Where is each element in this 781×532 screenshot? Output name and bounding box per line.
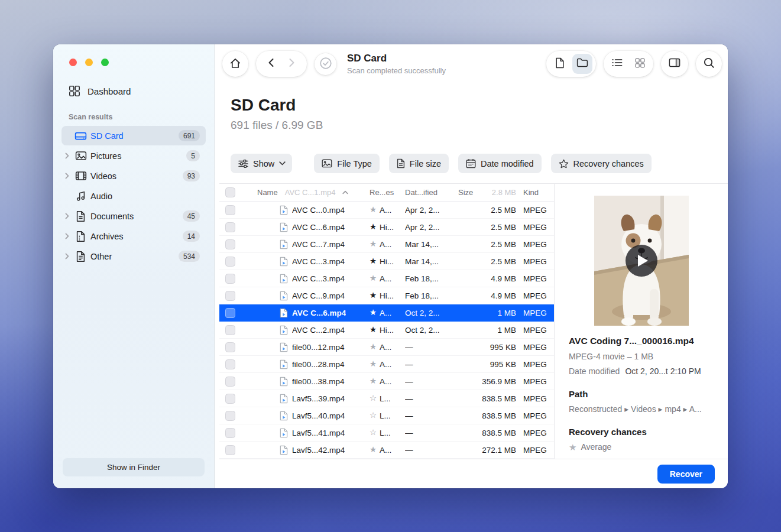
home-button[interactable] [222, 51, 248, 77]
star-icon [559, 159, 569, 168]
file-type-icon [322, 159, 332, 168]
zoom-window-button[interactable] [101, 59, 109, 66]
show-in-finder-button[interactable]: Show in Finder [63, 458, 205, 476]
row-checkbox[interactable] [225, 377, 235, 387]
file-kind-cell: MPEG [517, 343, 554, 352]
row-checkbox[interactable] [225, 342, 235, 352]
table-row[interactable]: AVC C...9.mp4 ★ Hi... Feb 18,... 4.9 MB … [219, 287, 554, 304]
file-size-cell: 4.9 MB [458, 274, 517, 283]
file-kind-cell: MPEG [517, 326, 554, 335]
dashboard-icon [67, 85, 81, 97]
row-checkbox[interactable] [225, 257, 235, 267]
row-checkbox[interactable] [225, 205, 235, 215]
row-checkbox[interactable] [225, 411, 235, 421]
video-file-icon [280, 394, 288, 404]
row-checkbox[interactable] [225, 428, 235, 438]
table-row[interactable]: AVC C...0.mp4 ★ A... Apr 2, 2... 2.5 MB … [219, 202, 554, 219]
navigation-buttons [256, 51, 307, 77]
recovery-chance-text: Hi... [380, 223, 394, 232]
files-view-button[interactable] [550, 54, 570, 74]
sidebar-item-label: Archives [90, 232, 124, 241]
sidebar-item-label: Pictures [90, 151, 121, 161]
preview-panel-toggle-button[interactable] [665, 54, 685, 74]
row-checkbox[interactable] [225, 325, 235, 335]
table-row[interactable]: AVC C...6.mp4 ★ Hi... Apr 2, 2... 2.5 MB… [219, 219, 554, 236]
minimize-window-button[interactable] [85, 59, 93, 66]
table-row[interactable]: Lavf5...41.mp4 ☆ L... — 838.5 MB MPEG [219, 424, 554, 442]
sidebar-item-documents[interactable]: Documents 45 [61, 206, 206, 226]
table-row[interactable]: file00...28.mp4 ★ A... — 995 KB MPEG [219, 356, 554, 373]
sidebar-item-audio[interactable]: Audio [61, 186, 206, 206]
file-size-cell: 356.9 MB [458, 377, 517, 386]
row-checkbox[interactable] [225, 359, 235, 369]
file-name: AVC C...7.mp4 [292, 240, 345, 249]
file-count-badge: 691 [179, 130, 200, 141]
table-row[interactable]: Lavf5...39.mp4 ☆ L... — 838.5 MB MPEG [219, 390, 554, 407]
sidebar-item-sd-card[interactable]: SD Card 691 [61, 126, 206, 145]
column-header-size[interactable]: Size 2.8 MB [458, 188, 517, 197]
date-modified-cell: Oct 2, 2... [405, 326, 458, 335]
row-checkbox[interactable] [225, 445, 235, 455]
column-header-kind[interactable]: Kind [517, 188, 554, 197]
recovery-chance-text: A... [380, 377, 391, 386]
date-modified-cell: Oct 2, 2... [405, 309, 458, 317]
table-row[interactable]: AVC C...3.mp4 ★ Hi... Mar 14,... 2.5 MB … [219, 253, 554, 270]
document-icon [555, 57, 565, 71]
folders-view-button[interactable] [572, 54, 592, 74]
date-modified-filter-button[interactable]: Date modified [458, 154, 541, 173]
row-checkbox[interactable] [225, 222, 235, 232]
file-size-filter-button[interactable]: File size [389, 154, 449, 173]
file-name: AVC C...6.mp4 [292, 309, 346, 317]
recovery-star-icon: ★ [370, 326, 377, 334]
list-view-button[interactable] [607, 54, 627, 74]
sidebar-item-videos[interactable]: Videos 93 [61, 166, 206, 186]
row-checkbox[interactable] [225, 291, 235, 301]
recovery-star-icon: ★ [569, 443, 576, 452]
recover-button[interactable]: Recover [657, 465, 715, 484]
search-button[interactable] [696, 51, 722, 77]
table-row[interactable]: AVC C...3.mp4 ★ A... Feb 18,... 4.9 MB M… [219, 270, 554, 287]
table-row[interactable]: file00...38.mp4 ★ A... — 356.9 MB MPEG [219, 373, 554, 390]
sidebar-item-archives[interactable]: Archives 14 [61, 226, 206, 246]
table-row[interactable]: file00...12.mp4 ★ A... — 995 KB MPEG [219, 339, 554, 356]
sidebar-scan-results-list: SD Card 691 Pictures 5 [61, 126, 206, 266]
file-type-filter-button[interactable]: File Type [314, 154, 380, 173]
forward-button[interactable] [286, 57, 297, 70]
file-kind-cell: MPEG [517, 257, 554, 266]
show-filter-dropdown[interactable]: Show [231, 154, 292, 173]
row-checkbox[interactable] [225, 274, 235, 284]
chevron-right-icon[interactable] [65, 211, 69, 222]
size-column-label: Size [458, 188, 473, 197]
scan-status-button[interactable] [315, 53, 336, 75]
chevron-right-icon[interactable] [65, 151, 69, 161]
row-checkbox[interactable] [225, 394, 235, 404]
row-checkbox[interactable] [225, 239, 235, 249]
grid-view-button[interactable] [630, 54, 650, 74]
sidebar-item-dashboard[interactable]: Dashboard [67, 85, 206, 97]
close-window-button[interactable] [69, 59, 77, 66]
play-button[interactable] [626, 245, 657, 277]
recovery-star-icon: ★ [370, 377, 377, 385]
table-row[interactable]: AVC C...6.mp4 ★ A... Oct 2, 2... 1 MB MP… [219, 304, 554, 322]
chevron-right-icon[interactable] [65, 231, 69, 242]
recovery-chances-filter-button[interactable]: Recovery chances [551, 154, 652, 173]
sidebar-item-pictures[interactable]: Pictures 5 [61, 146, 206, 166]
table-row[interactable]: Lavf5...40.mp4 ☆ L... — 838.5 MB MPEG [219, 407, 554, 424]
column-header-name[interactable]: Name AVC C...1.mp4 [242, 188, 370, 197]
table-row[interactable]: AVC C...7.mp4 ★ A... Mar 14,... 2.5 MB M… [219, 236, 554, 253]
table-row[interactable]: AVC C...2.mp4 ★ Hi... Oct 2, 2... 1 MB M… [219, 322, 554, 339]
videos-icon [74, 170, 88, 181]
chevron-right-icon[interactable] [65, 251, 69, 262]
table-row[interactable]: Lavf5...42.mp4 ★ A... — 272.1 MB MPEG [219, 442, 554, 459]
back-button[interactable] [266, 57, 277, 70]
video-file-icon [280, 291, 288, 301]
select-all-checkbox[interactable] [225, 187, 235, 197]
recovery-star-icon: ★ [370, 309, 377, 317]
video-file-icon [280, 428, 288, 438]
column-header-recovery[interactable]: Re...es [370, 188, 405, 197]
sidebar-item-other[interactable]: Other 534 [61, 246, 206, 266]
chevron-right-icon[interactable] [65, 171, 69, 181]
row-checkbox[interactable] [225, 308, 235, 318]
recovery-star-icon: ★ [370, 274, 377, 283]
column-header-date-modified[interactable]: Dat...ified [405, 188, 458, 197]
